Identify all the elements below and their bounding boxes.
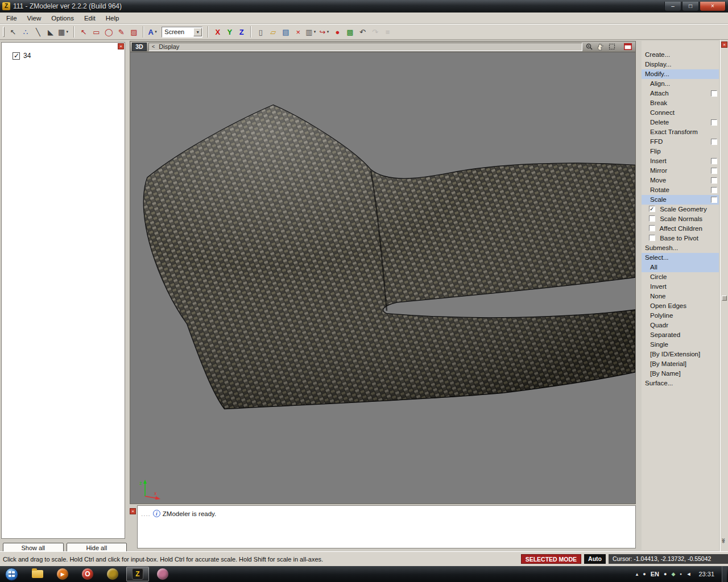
delete-icon[interactable]: × xyxy=(292,26,304,38)
axis-x-button[interactable]: X xyxy=(212,26,224,38)
tray-antivirus-icon[interactable]: ◆ xyxy=(671,571,675,577)
view-mode-select[interactable]: Screen ▾ xyxy=(162,27,202,38)
taskbar-paint-button[interactable] xyxy=(151,567,174,581)
checkbox[interactable] xyxy=(649,206,655,212)
edges-mode-icon[interactable]: ╲ xyxy=(32,26,44,38)
notes-icon[interactable]: ≡ xyxy=(382,26,394,38)
faces-mode-icon[interactable]: ◣ xyxy=(44,26,57,38)
checkbox[interactable] xyxy=(711,168,717,174)
paste-icon[interactable]: ▥ ▾ xyxy=(304,26,318,38)
material-sphere-icon[interactable]: ● xyxy=(332,26,344,38)
viewport-canvas[interactable]: z x xyxy=(130,52,635,504)
command-item[interactable]: Polyline xyxy=(642,311,719,321)
checkbox[interactable] xyxy=(649,225,655,231)
clock[interactable]: 23:31 xyxy=(698,571,714,577)
command-item[interactable]: Single xyxy=(642,340,719,350)
command-item[interactable]: Surface... xyxy=(642,379,719,388)
dropdown-arrow-icon[interactable]: ▾ xyxy=(65,30,69,34)
checkbox[interactable] xyxy=(711,90,717,97)
command-item[interactable]: Mirror xyxy=(642,166,719,176)
taskbar-media-player-button[interactable]: ▸ xyxy=(51,567,74,581)
axis-z-button[interactable]: Z xyxy=(235,26,247,38)
zoom-icon[interactable] xyxy=(584,42,594,52)
tray-hidden-icons-chevron[interactable]: ▴ xyxy=(636,571,639,577)
dropdown-arrow-icon[interactable]: ▾ xyxy=(326,30,330,34)
command-item[interactable]: None xyxy=(642,292,719,301)
import-icon[interactable]: ↪ ▾ xyxy=(318,26,332,38)
command-item[interactable]: Quadr xyxy=(642,321,719,330)
menu-edit[interactable]: Edit xyxy=(79,14,101,23)
checkbox[interactable] xyxy=(711,119,717,126)
axis-y-button[interactable]: Y xyxy=(224,26,235,38)
checkbox[interactable] xyxy=(711,177,717,184)
checkbox[interactable] xyxy=(711,158,717,164)
toolbar-grip[interactable] xyxy=(3,27,5,37)
select-quadr-icon[interactable]: ▭ xyxy=(90,26,102,38)
command-item[interactable]: Scale Normals xyxy=(642,214,719,224)
command-item[interactable]: Scale xyxy=(642,195,719,205)
select-circle-icon[interactable]: ◯ xyxy=(102,26,115,38)
command-item[interactable]: Flip xyxy=(642,147,719,156)
command-item[interactable]: Affect Children xyxy=(642,224,719,234)
menu-file[interactable]: File xyxy=(1,14,22,23)
file-open-icon[interactable]: ▱ xyxy=(267,26,279,38)
checkbox[interactable] xyxy=(711,139,717,145)
redo-icon[interactable]: ↷ xyxy=(369,26,382,38)
tray-update-icon[interactable]: ● xyxy=(664,571,667,577)
taskbar-browser-button[interactable]: O xyxy=(76,567,99,581)
command-item[interactable]: Attach xyxy=(642,89,719,98)
tray-network-icon[interactable]: ▪ xyxy=(680,571,681,577)
command-item[interactable]: Modify... xyxy=(642,69,719,79)
tray-volume-icon[interactable]: ◄ xyxy=(686,571,692,577)
command-item[interactable]: Connect xyxy=(642,108,719,118)
language-indicator[interactable]: EN xyxy=(651,571,659,577)
checkbox[interactable] xyxy=(711,187,717,193)
auto-badge[interactable]: Auto xyxy=(584,554,606,564)
pan-hand-icon[interactable] xyxy=(595,42,605,52)
command-item[interactable]: Separated xyxy=(642,330,719,340)
command-item[interactable]: Invert xyxy=(642,282,719,292)
checkbox[interactable] xyxy=(649,235,655,241)
zoom-extents-icon[interactable] xyxy=(607,42,617,52)
node-visibility-checkbox[interactable] xyxy=(13,52,20,60)
taskbar-zmodeler-button[interactable]: Z xyxy=(126,567,149,581)
command-item[interactable]: All xyxy=(642,263,719,272)
command-item[interactable]: FFD xyxy=(642,137,719,147)
show-desktop-button[interactable] xyxy=(722,566,727,582)
command-item[interactable]: Scale Geometry xyxy=(642,205,719,214)
scroll-down-icon[interactable]: «« xyxy=(720,539,726,543)
viewport-maximize-icon[interactable] xyxy=(623,42,632,52)
command-item[interactable]: [By Material] xyxy=(642,359,719,369)
minimize-button[interactable]: – xyxy=(664,2,681,11)
command-item[interactable]: Select... xyxy=(642,253,719,263)
command-item[interactable]: [By Name] xyxy=(642,369,719,379)
command-item[interactable]: Insert xyxy=(642,156,719,166)
start-button[interactable] xyxy=(2,567,20,581)
select-single-icon[interactable]: ↖ xyxy=(77,26,90,38)
taskbar-explorer-button[interactable] xyxy=(26,567,49,581)
command-item[interactable]: Create... xyxy=(642,50,719,60)
close-icon[interactable]: × xyxy=(130,508,136,514)
dropdown-arrow-icon[interactable]: ▾ xyxy=(313,30,317,34)
command-item[interactable]: Base to Pivot xyxy=(642,234,719,243)
scrollbar-handle[interactable] xyxy=(722,296,727,301)
viewport-back-button[interactable]: < xyxy=(152,44,155,49)
menu-options[interactable]: Options xyxy=(46,14,79,23)
dropdown-arrow-icon[interactable]: ▾ xyxy=(154,30,158,34)
viewport-mode-button[interactable]: 3D xyxy=(132,43,147,51)
command-item[interactable]: Open Edges xyxy=(642,301,719,311)
uv-grid-icon[interactable]: ▩ xyxy=(344,26,357,38)
objects-mode-icon[interactable]: ▦ ▾ xyxy=(57,26,71,38)
close-icon[interactable]: × xyxy=(721,41,727,48)
scene-node-row[interactable]: 34 xyxy=(13,52,125,60)
close-icon[interactable]: × xyxy=(118,43,124,49)
command-item[interactable]: Align... xyxy=(642,79,719,89)
file-new-icon[interactable]: ▯ xyxy=(254,26,267,38)
select-polyline-icon[interactable]: ✎ xyxy=(115,26,127,38)
close-button[interactable]: × xyxy=(700,2,726,11)
file-save-icon[interactable]: ▤ xyxy=(279,26,292,38)
title-bar[interactable]: Z 111 - ZModeler ver 2.2.2 (Build 964) –… xyxy=(0,0,728,13)
command-item[interactable]: Circle xyxy=(642,272,719,282)
vertices-mode-icon[interactable]: ∴ xyxy=(19,26,32,38)
command-item[interactable]: [By ID/Extension] xyxy=(642,350,719,359)
